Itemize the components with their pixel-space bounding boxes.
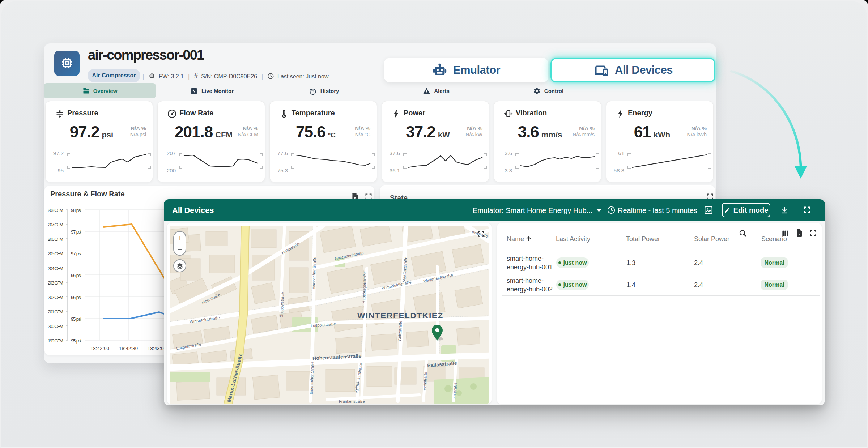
svg-text:97 psi: 97 psi xyxy=(71,229,81,235)
svg-text:96 psi: 96 psi xyxy=(71,295,81,300)
svg-text:Frankenstraße: Frankenstraße xyxy=(339,399,365,404)
svg-text:97 psi: 97 psi xyxy=(71,251,81,256)
svg-text:204 CFM: 204 CFM xyxy=(48,266,63,271)
svg-text:207 CFM: 207 CFM xyxy=(48,222,63,227)
svg-text:203 CFM: 203 CFM xyxy=(48,280,63,286)
svg-text:itschstraße: itschstraße xyxy=(422,372,427,391)
svg-text:96 psi: 96 psi xyxy=(71,273,81,278)
svg-text:200 CFM: 200 CFM xyxy=(48,324,63,329)
svg-text:95 psi: 95 psi xyxy=(71,338,81,344)
svg-text:98 psi: 98 psi xyxy=(71,208,81,213)
svg-text:Goltzstraße: Goltzstraße xyxy=(397,320,403,341)
svg-text:18:42:00: 18:42:00 xyxy=(90,346,109,351)
svg-text:208 CFM: 208 CFM xyxy=(48,208,63,213)
svg-text:Gossowstraße: Gossowstraße xyxy=(279,292,284,317)
svg-text:201 CFM: 201 CFM xyxy=(48,309,63,315)
svg-text:205 CFM: 205 CFM xyxy=(48,251,63,256)
svg-text:WINTERFELDTKIEZ: WINTERFELDTKIEZ xyxy=(357,312,443,320)
svg-text:95 psi: 95 psi xyxy=(71,316,81,322)
svg-text:olzstraße: olzstraße xyxy=(452,382,458,399)
svg-text:202 CFM: 202 CFM xyxy=(48,295,63,300)
svg-text:199 CFM: 199 CFM xyxy=(48,338,63,344)
svg-text:18:42:30: 18:42:30 xyxy=(119,346,138,351)
svg-text:206 CFM: 206 CFM xyxy=(48,236,63,242)
